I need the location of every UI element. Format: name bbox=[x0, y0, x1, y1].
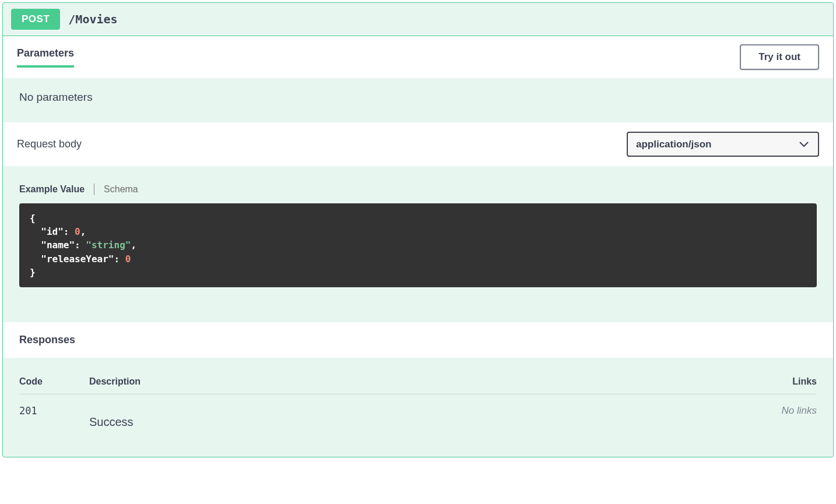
body-tabs: Example Value Schema bbox=[19, 184, 817, 195]
tab-divider bbox=[94, 184, 94, 195]
request-body-label: Request body bbox=[17, 138, 82, 150]
operation-header[interactable]: POST /Movies bbox=[3, 3, 833, 36]
response-code: 201 bbox=[19, 405, 37, 417]
method-badge: POST bbox=[11, 9, 60, 30]
tab-parameters[interactable]: Parameters bbox=[17, 47, 74, 68]
request-body-bar: Request body application/json bbox=[3, 122, 833, 166]
response-description: Success bbox=[89, 415, 747, 429]
table-row: 201 Success No links bbox=[19, 394, 817, 433]
tab-example-value[interactable]: Example Value bbox=[19, 184, 85, 195]
example-code-block[interactable]: { "id": 0, "name": "string", "releaseYea… bbox=[19, 203, 817, 287]
responses-header-row: Code Description Links bbox=[19, 369, 817, 394]
endpoint-path: /Movies bbox=[68, 12, 117, 26]
content-type-select[interactable]: application/json bbox=[627, 132, 819, 157]
try-it-out-button[interactable]: Try it out bbox=[740, 44, 819, 70]
col-header-links: Links bbox=[747, 376, 817, 387]
col-header-code: Code bbox=[19, 376, 89, 387]
content-type-select-wrap: application/json bbox=[627, 132, 819, 157]
responses-bar: Responses bbox=[3, 322, 833, 358]
responses-label: Responses bbox=[19, 334, 75, 346]
no-parameters-message: No parameters bbox=[3, 78, 833, 122]
responses-table: Code Description Links 201 Success No li… bbox=[3, 358, 833, 457]
operation-panel: POST /Movies Parameters Try it out No pa… bbox=[2, 2, 834, 457]
response-links: No links bbox=[782, 405, 817, 416]
parameters-section-bar: Parameters Try it out bbox=[3, 36, 833, 78]
tab-schema[interactable]: Schema bbox=[104, 184, 138, 195]
request-body-area: Example Value Schema { "id": 0, "name": … bbox=[3, 166, 833, 322]
col-header-description: Description bbox=[89, 376, 747, 387]
